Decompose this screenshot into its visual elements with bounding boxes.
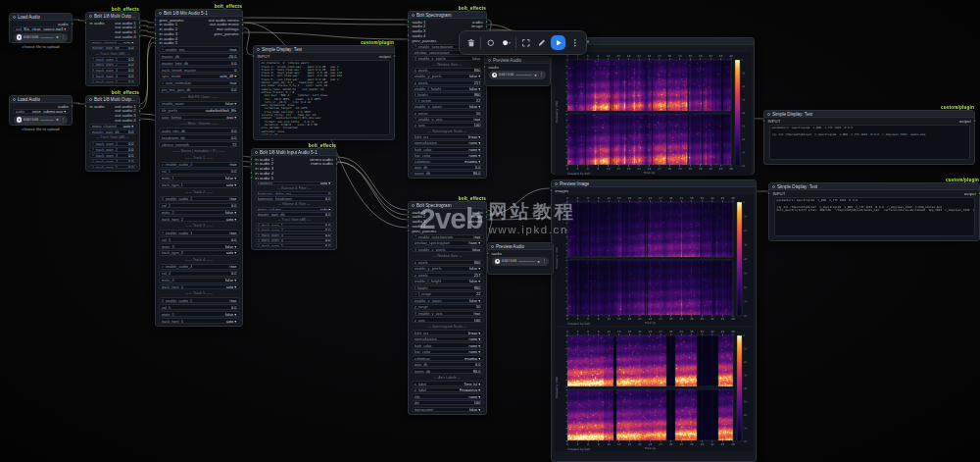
node-titlebar[interactable]: Load Audio [10,14,72,21]
edit-icon[interactable] [535,36,548,49]
widget-master_gain_db[interactable]: master_gain_db0.0 [255,212,334,216]
widget-enable_y_range[interactable]: enable_y_rangefalse ▾ [412,298,484,303]
widget-enable_audio_2[interactable]: enable_audio_2true [159,196,240,202]
widget-enable_audio_3[interactable]: enable_audio_3true [159,230,240,235]
socket-dot[interactable] [407,225,410,228]
socket-dot[interactable] [407,39,410,42]
ring-icon[interactable] [484,36,497,49]
widget-enable_audio_1[interactable]: enable_audio_1true [159,162,240,168]
node-titlebar[interactable]: Preview Audio [485,57,550,64]
widget-enable_y_axis[interactable]: enable_y_axistrue [412,311,484,316]
socket-dot[interactable] [407,21,410,24]
collapse-icon[interactable] [555,182,558,185]
collapse-icon[interactable] [767,113,770,116]
socket-dot[interactable] [138,35,141,38]
widget-track_gain_1[interactable]: track_gain_10.0 [89,57,137,62]
widget-silence_strength[interactable]: silence_strength72 [159,141,240,147]
widget-x_pixels[interactable]: x_pixels800 [412,68,484,73]
widget-track_gain_2[interactable]: track_gain_20.0 [255,228,334,231]
toggle-dot[interactable] [92,69,94,71]
widget-headroom_db[interactable]: headroom_db0.0 [159,134,240,140]
collapse-icon[interactable] [412,14,415,17]
volume-icon[interactable] [56,118,60,122]
player-menu-icon[interactable]: ⋮ [542,259,546,263]
toggle-dot[interactable] [162,82,164,84]
widget-f_range[interactable]: f_range22 [412,291,484,296]
toggle-dot[interactable] [162,266,164,268]
collapse-icon[interactable] [89,98,92,101]
socket-dot[interactable] [973,120,976,123]
seek-bar[interactable] [515,75,532,76]
widget-track_gain_5[interactable]: track_gain_50.0 [89,79,137,84]
collapse-icon[interactable] [412,204,415,207]
widget-y_axis[interactable]: y_axis100 [412,317,484,322]
socket-dot[interactable] [407,220,410,223]
widget-file_prefix[interactable]: file_prefixaudio/bolt/bolt_8fx [159,108,240,114]
socket-dot[interactable] [154,27,157,30]
socket-dot[interactable] [407,29,410,32]
toggle-dot[interactable] [258,244,260,246]
toggle-dot[interactable] [415,45,416,47]
socket-dot[interactable] [485,21,488,24]
widget-f_range[interactable]: f_range22 [412,98,484,103]
widget-vol_5[interactable]: vol_50.0 [159,304,240,310]
widget-vol_2[interactable]: vol_20.0 [159,203,240,209]
widget-low_color[interactable]: low_colornone ▾ [412,153,484,158]
node-display-text-1[interactable]: custom/pluginSimple Display: TextINPUTou… [253,45,395,140]
widget-mute_2[interactable]: mute_2false ▾ [159,210,240,216]
toggle-dot[interactable] [258,229,260,231]
text-display[interactable]: in_channels: 2 (stereo pair) track 1: 'd… [259,60,390,135]
node-preview-image-1[interactable]: Preview Imageimages [551,37,755,175]
toggle-dot[interactable] [92,160,94,162]
widget-auto_normalize[interactable]: auto_normalizetrue [159,80,240,86]
widget-track_type_1[interactable]: track_type_1auto ▾ [159,182,240,188]
toggle-dot[interactable] [415,312,416,314]
node-mix-audio[interactable]: bolt_effectsBolt 1/8 Mix Audio 5-1prev_p… [155,9,243,327]
node-preview-audio-1[interactable]: Preview Audioaudio0:00 / 0:00⋮ [484,56,551,86]
socket-dot[interactable] [154,23,157,26]
socket-dot[interactable] [550,189,553,192]
widget-transparent[interactable]: transparentfalse ▾ [412,407,484,412]
toggle-dot[interactable] [415,99,416,101]
toggle-dot[interactable] [415,235,416,237]
widget-dpi[interactable]: dpi100 [412,400,484,405]
socket-dot[interactable] [138,30,141,33]
seek-bar[interactable] [518,261,535,262]
node-spectrogram-2[interactable]: bolt_effectsBolt Spectrogramaudio 1audio… [408,201,487,415]
socket-dot[interactable] [138,114,141,117]
collapse-icon[interactable] [772,185,775,188]
audio-player[interactable]: 0:00 / 0:00⋮ [14,116,68,125]
socket-dot[interactable] [252,55,255,58]
toggle-dot[interactable] [92,148,94,150]
socket-dot[interactable] [241,23,244,26]
toggle-dot[interactable] [162,48,164,50]
widget-enable_audio_5[interactable]: enable_audio_5true [159,297,240,303]
socket-dot[interactable] [84,22,87,25]
socket-dot[interactable] [393,55,396,58]
widget-enable_spectrogram[interactable]: enable_spectrogramtrue [412,234,484,239]
toggle-dot[interactable] [415,293,416,295]
play-button[interactable] [17,34,23,40]
socket-dot[interactable] [407,211,410,214]
node-preview-audio-2[interactable]: Preview Audioaudio0:00 / 0:00⋮ [487,242,554,275]
text-display[interactable]: parameters: spectrogram x_800 n_fft 1024… [774,197,975,236]
socket-dot[interactable] [250,158,253,161]
widget-harmonic_headroom[interactable]: harmonic_headroom0.0 [255,196,334,200]
widget-enable_f_height[interactable]: enable_f_heightfalse ▾ [412,279,484,283]
widget-track_gain_1[interactable]: track_gain_10.0 [255,223,334,227]
toggle-dot[interactable] [92,142,94,144]
widget-track_gain_2[interactable]: track_gain_20.0 [89,147,137,152]
socket-dot[interactable] [154,42,157,45]
fit-view-icon[interactable] [519,36,532,49]
socket-dot[interactable] [407,34,410,37]
toggle-dot[interactable] [92,75,94,77]
node-titlebar[interactable]: Bolt 1/8 Mix Audio 5-1 [156,10,242,17]
audio-player[interactable]: 0:00 / 0:00⋮ [489,71,546,79]
widget-track_type_4[interactable]: track_type_4auto ▾ [159,284,240,290]
widget-enable_y_axis[interactable]: enable_y_axistrue [412,117,484,122]
upload-button[interactable]: choose file to upload [13,43,70,49]
widget-track_gain_3[interactable]: track_gain_30.0 [89,68,137,73]
volume-icon[interactable] [56,35,60,39]
toggle-dot[interactable] [258,233,260,235]
widget-pre_mix_gain_db[interactable]: pre_mix_gain_db0.0 [159,87,240,93]
